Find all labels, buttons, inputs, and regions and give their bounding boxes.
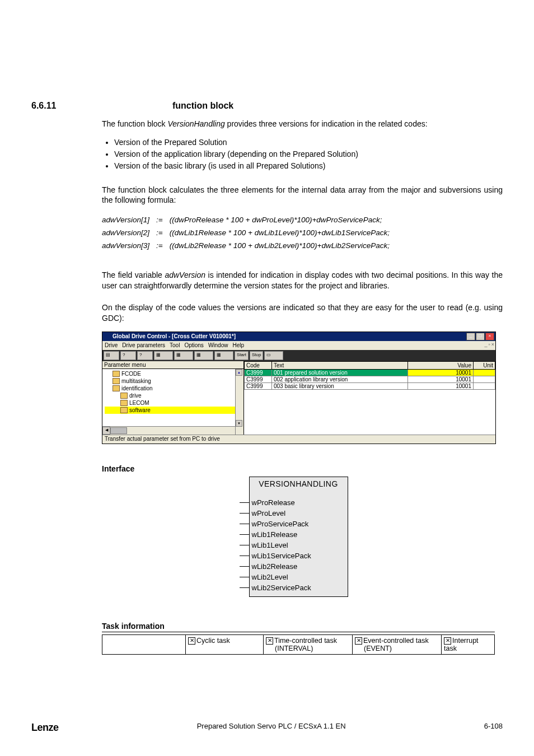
toolbar-button[interactable]: ▭: [264, 351, 283, 360]
menu-item[interactable]: Tool: [170, 342, 180, 348]
fb-diagram: VERSIONHANDLING wProRelease wProLevel wP…: [102, 477, 495, 597]
interface-label: Interface: [102, 464, 503, 473]
scroll-left-icon[interactable]: ◀: [102, 427, 110, 435]
task-cell: ✕Interrupt task: [442, 634, 495, 654]
folder-icon: [120, 393, 128, 399]
scroll-down-icon[interactable]: ▼: [236, 420, 242, 427]
fb-pin: wProServicePack: [250, 519, 348, 529]
column-header[interactable]: Text: [272, 361, 408, 369]
folder-icon: [113, 378, 120, 384]
fb-pin: wLib1ServicePack: [250, 550, 348, 561]
toolbar-button[interactable]: ?: [120, 351, 136, 360]
scroll-thumb[interactable]: [110, 427, 127, 434]
data-table: Code Text Value Unit C3999 001 prepared …: [244, 361, 495, 390]
toolbar-button[interactable]: ▦: [174, 351, 193, 360]
toolbar: ▤ ? ? ▦ ▦ ▦ ▦ Start Stop ▭: [102, 350, 495, 361]
page-number: 6-108: [484, 722, 503, 730]
column-header[interactable]: Value: [408, 361, 474, 369]
tree-item[interactable]: multitasking: [105, 377, 242, 385]
checkbox-icon: ✕: [188, 637, 195, 645]
task-cell: ✕Event-controlled task(EVENT): [353, 634, 442, 654]
fb-pin: wLib2ServicePack: [250, 582, 348, 593]
toolbar-button[interactable]: ▦: [194, 351, 213, 360]
task-cell: ✕Cyclic task: [186, 634, 264, 654]
list-item: Version of the application library (depe…: [114, 149, 503, 160]
formula-table: adwVersion[1]:=((dwProRelease * 100 + dw…: [102, 213, 396, 252]
footer-title: Prepared Solution Servo PLC / ECSxA 1.1 …: [31, 722, 503, 730]
checkbox-icon: ✕: [444, 637, 451, 645]
menubar: Drive Drive parameters Tool Options Wind…: [102, 341, 495, 350]
start-button[interactable]: Start: [235, 351, 249, 360]
menu-item[interactable]: Drive parameters: [122, 342, 165, 348]
fb-pin: wLib1Level: [250, 540, 348, 550]
stop-button[interactable]: Stop: [250, 351, 263, 360]
paragraph: On the display of the code values the ve…: [102, 302, 503, 324]
column-header[interactable]: Code: [245, 361, 272, 369]
tree-item[interactable]: drive: [105, 392, 242, 399]
fb-pin: wLib2Release: [250, 561, 348, 572]
gdc-window: Global Drive Control - [Cross Cutter V01…: [102, 332, 496, 444]
toolbar-button[interactable]: ▦: [214, 351, 233, 360]
fb-title: VERSIONHANDLING: [250, 477, 348, 497]
grid-panel: Code Text Value Unit C3999 001 prepared …: [244, 361, 495, 435]
heading-title: function block: [172, 101, 233, 111]
mdi-restore-icon[interactable]: ▫: [489, 342, 490, 347]
folder-icon: [120, 407, 128, 413]
page-footer: Lenze 6-108 Prepared Solution Servo PLC …: [31, 722, 503, 734]
horizontal-scrollbar[interactable]: ◀ ▶: [102, 426, 243, 435]
task-info-label: Task information: [102, 622, 495, 632]
tree-header: Parameter menu: [102, 361, 243, 369]
menu-item[interactable]: Window: [208, 342, 228, 348]
task-cell: ✕Time-controlled task(INTERVAL): [264, 634, 353, 654]
task-table: ✕Cyclic task ✕Time-controlled task(INTER…: [102, 634, 495, 655]
fb-pin: wProRelease: [250, 497, 348, 508]
intro-paragraph: The function block VersionHandling provi…: [102, 119, 503, 129]
toolbar-button[interactable]: ?: [137, 351, 153, 360]
menu-item[interactable]: Help: [232, 342, 244, 348]
menu-item[interactable]: Options: [184, 342, 203, 348]
status-bar: Transfer actual parameter set from PC to…: [102, 435, 495, 444]
column-header[interactable]: Unit: [474, 361, 495, 369]
bullet-list: Version of the Prepared Solution Version…: [102, 137, 503, 171]
checkbox-icon: ✕: [355, 637, 362, 645]
mdi-close-icon[interactable]: ×: [491, 342, 494, 347]
heading-number: 6.6.11: [31, 101, 170, 111]
toolbar-button[interactable]: ▤: [104, 351, 119, 360]
mdi-minimize-icon[interactable]: _: [485, 342, 488, 347]
table-row[interactable]: C3999 001 prepared solution version 1000…: [245, 369, 495, 376]
menu-item[interactable]: Drive: [105, 342, 118, 348]
titlebar[interactable]: Global Drive Control - [Cross Cutter V01…: [102, 332, 495, 341]
table-row[interactable]: C3999 002 application library version 10…: [245, 376, 495, 382]
scroll-up-icon[interactable]: ▲: [236, 369, 242, 376]
tree-item-selected[interactable]: software: [105, 407, 242, 414]
close-icon[interactable]: ×: [485, 333, 494, 340]
toolbar-button[interactable]: ▦: [154, 351, 173, 360]
maximize-icon[interactable]: □: [476, 333, 485, 340]
tree-item[interactable]: FCODE: [105, 370, 242, 377]
checkbox-icon: ✕: [266, 637, 273, 645]
fb-pin: wLib2Level: [250, 572, 348, 582]
folder-icon: [120, 400, 128, 406]
brand-logo: Lenze: [31, 722, 59, 734]
folder-icon: [113, 385, 120, 391]
section-heading: 6.6.11 function block: [31, 101, 503, 111]
vertical-scrollbar[interactable]: ▲ ▼: [235, 369, 243, 435]
paragraph: The function block calculates the three …: [102, 185, 503, 206]
list-item: Version of the Prepared Solution: [114, 137, 503, 148]
tree-item[interactable]: LECOM: [105, 399, 242, 407]
fb-pin: wProLevel: [250, 508, 348, 519]
folder-icon: [113, 371, 120, 377]
tree-item[interactable]: identification: [105, 385, 242, 392]
window-title: Global Drive Control - [Cross Cutter V01…: [102, 333, 236, 339]
list-item: Version of the basic library (is used in…: [114, 161, 503, 171]
table-row[interactable]: C3999 003 basic library version 10001: [245, 382, 495, 389]
tree-panel: Parameter menu FCODE multitasking identi…: [102, 361, 244, 435]
fb-pin: wLib1Release: [250, 529, 348, 540]
minimize-icon[interactable]: _: [466, 333, 475, 340]
paragraph: The field variable adwVersion is intende…: [102, 270, 503, 291]
